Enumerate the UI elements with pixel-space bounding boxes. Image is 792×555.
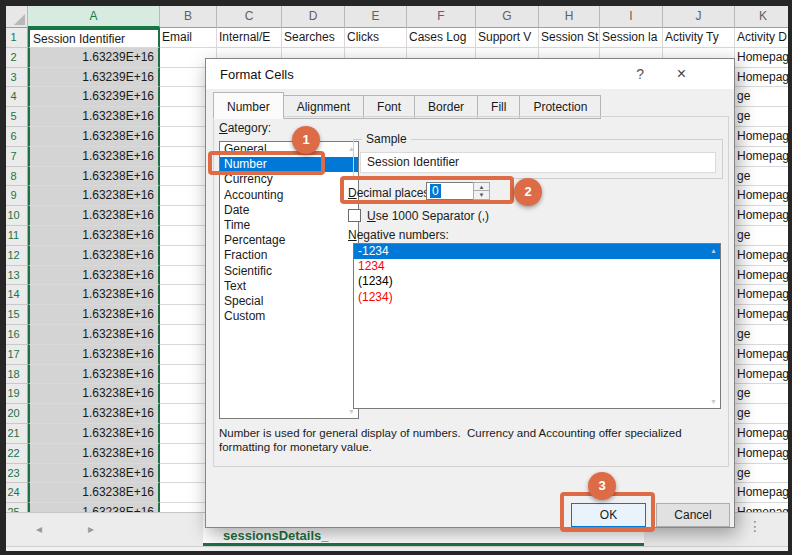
- cell-A6[interactable]: 1.63238E+16: [28, 127, 160, 147]
- column-header-G[interactable]: G: [476, 6, 539, 28]
- column-header-B[interactable]: B: [160, 6, 217, 28]
- cell-A10[interactable]: 1.63238E+16: [28, 206, 160, 226]
- row-header-24[interactable]: 24: [0, 483, 28, 503]
- cell-K5[interactable]: ge: [735, 107, 792, 127]
- row-header-4[interactable]: 4: [0, 87, 28, 107]
- cell-A11[interactable]: 1.63238E+16: [28, 226, 160, 246]
- row-header-5[interactable]: 5: [0, 107, 28, 127]
- column-header-I[interactable]: I: [600, 6, 663, 28]
- cell-A22[interactable]: 1.63238E+16: [28, 444, 160, 464]
- negative-option-0[interactable]: -1234: [354, 244, 720, 259]
- row-header-12[interactable]: 12: [0, 246, 28, 266]
- help-icon[interactable]: ?: [636, 66, 644, 82]
- cell-A7[interactable]: 1.63238E+16: [28, 147, 160, 167]
- cell-A16[interactable]: 1.63238E+16: [28, 325, 160, 345]
- cell-A20[interactable]: 1.63238E+16: [28, 404, 160, 424]
- next-sheet-icon[interactable]: ▸: [88, 522, 94, 536]
- cancel-button[interactable]: Cancel: [656, 503, 730, 527]
- cell-A1[interactable]: Session Identifier: [28, 28, 160, 48]
- row-header-3[interactable]: 3: [0, 68, 28, 88]
- row-header-13[interactable]: 13: [0, 266, 28, 286]
- row-header-9[interactable]: 9: [0, 186, 28, 206]
- cell-K16[interactable]: ge: [735, 325, 792, 345]
- cell-I1[interactable]: Session la: [600, 28, 663, 48]
- row-header-7[interactable]: 7: [0, 147, 28, 167]
- row-header-22[interactable]: 22: [0, 444, 28, 464]
- cell-K24[interactable]: Homepag: [735, 483, 792, 503]
- cell-A14[interactable]: 1.63238E+16: [28, 285, 160, 305]
- cell-K4[interactable]: ge: [735, 87, 792, 107]
- column-header-E[interactable]: E: [345, 6, 407, 28]
- cell-A18[interactable]: 1.63238E+16: [28, 365, 160, 385]
- cell-A19[interactable]: 1.63238E+16: [28, 384, 160, 404]
- cell-H1[interactable]: Session St: [539, 28, 600, 48]
- cell-F1[interactable]: Cases Log: [407, 28, 476, 48]
- category-option-special[interactable]: Special: [220, 294, 358, 309]
- row-header-21[interactable]: 21: [0, 424, 28, 444]
- prev-sheet-icon[interactable]: ◂: [36, 522, 42, 536]
- scrollbar-grip-icon[interactable]: ⋮: [748, 518, 762, 534]
- cell-K15[interactable]: Homepag: [735, 305, 792, 325]
- cell-A9[interactable]: 1.63238E+16: [28, 186, 160, 206]
- cell-G1[interactable]: Support V: [476, 28, 539, 48]
- cell-K25[interactable]: Homepag: [735, 503, 792, 512]
- category-option-time[interactable]: Time: [220, 218, 358, 233]
- row-header-25[interactable]: 25: [0, 503, 28, 512]
- scroll-up-icon[interactable]: ▲: [710, 247, 717, 254]
- row-header-1[interactable]: 1: [0, 28, 28, 48]
- cell-A4[interactable]: 1.63239E+16: [28, 87, 160, 107]
- cell-A2[interactable]: 1.63239E+16: [28, 48, 160, 68]
- column-header-D[interactable]: D: [282, 6, 345, 28]
- negative-option-2[interactable]: (1234): [354, 274, 720, 289]
- cell-K12[interactable]: Homepag: [735, 246, 792, 266]
- cell-A24[interactable]: 1.63238E+16: [28, 483, 160, 503]
- cell-K2[interactable]: Homepag: [735, 48, 792, 68]
- category-option-accounting[interactable]: Accounting: [220, 188, 358, 203]
- row-header-19[interactable]: 19: [0, 384, 28, 404]
- cell-K8[interactable]: ge: [735, 167, 792, 187]
- cell-A5[interactable]: 1.63238E+16: [28, 107, 160, 127]
- row-header-14[interactable]: 14: [0, 285, 28, 305]
- cell-A8[interactable]: 1.63238E+16: [28, 167, 160, 187]
- row-header-16[interactable]: 16: [0, 325, 28, 345]
- cell-A15[interactable]: 1.63238E+16: [28, 305, 160, 325]
- row-header-11[interactable]: 11: [0, 226, 28, 246]
- cell-E1[interactable]: Clicks: [345, 28, 407, 48]
- cell-K21[interactable]: Homepag: [735, 424, 792, 444]
- cell-A21[interactable]: 1.63238E+16: [28, 424, 160, 444]
- use-1000-separator-checkbox[interactable]: [348, 209, 361, 222]
- tab-number[interactable]: Number: [213, 92, 284, 119]
- row-header-8[interactable]: 8: [0, 167, 28, 187]
- row-header-23[interactable]: 23: [0, 464, 28, 484]
- category-option-percentage[interactable]: Percentage: [220, 233, 358, 248]
- category-option-custom[interactable]: Custom: [220, 309, 358, 324]
- cell-A3[interactable]: 1.63239E+16: [28, 68, 160, 88]
- cell-A17[interactable]: 1.63238E+16: [28, 345, 160, 365]
- negative-option-3[interactable]: (1234): [354, 290, 720, 305]
- cell-K13[interactable]: Homepag: [735, 266, 792, 286]
- cell-K19[interactable]: ge: [735, 384, 792, 404]
- row-header-18[interactable]: 18: [0, 365, 28, 385]
- row-header-6[interactable]: 6: [0, 127, 28, 147]
- cell-K17[interactable]: Homepag: [735, 345, 792, 365]
- cell-K22[interactable]: Homepag: [735, 444, 792, 464]
- category-option-text[interactable]: Text: [220, 279, 358, 294]
- cell-K20[interactable]: ge: [735, 404, 792, 424]
- column-header-K[interactable]: K: [735, 6, 792, 28]
- cell-J1[interactable]: Activity Ty: [663, 28, 735, 48]
- dialog-title-bar[interactable]: Format Cells ? ×: [206, 59, 734, 89]
- negative-option-1[interactable]: 1234: [354, 259, 720, 274]
- column-header-C[interactable]: C: [217, 6, 282, 28]
- close-icon[interactable]: ×: [677, 65, 686, 83]
- column-header-A[interactable]: A: [28, 6, 160, 28]
- scroll-down-icon[interactable]: ▼: [348, 408, 355, 415]
- cell-K9[interactable]: Homepag: [735, 186, 792, 206]
- scroll-down-icon[interactable]: ▼: [710, 398, 717, 405]
- cell-K3[interactable]: Homepag: [735, 68, 792, 88]
- cell-K14[interactable]: Homepag: [735, 285, 792, 305]
- column-header-J[interactable]: J: [663, 6, 735, 28]
- cell-A12[interactable]: 1.63238E+16: [28, 246, 160, 266]
- select-all-corner[interactable]: [0, 6, 28, 28]
- category-option-fraction[interactable]: Fraction: [220, 248, 358, 263]
- row-header-10[interactable]: 10: [0, 206, 28, 226]
